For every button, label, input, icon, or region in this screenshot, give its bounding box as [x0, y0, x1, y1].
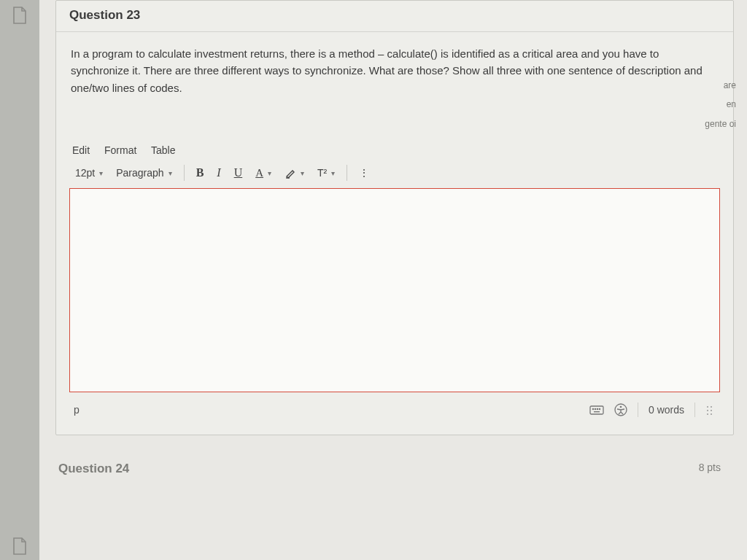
question-card: Question 23 In a program to calculate in… [55, 0, 734, 435]
highlight-icon [285, 167, 296, 179]
svg-rect-0 [590, 406, 603, 414]
chevron-down-icon: ▾ [99, 169, 103, 177]
svg-point-2 [595, 408, 595, 409]
question-number: Question 23 [69, 8, 140, 22]
svg-point-3 [597, 408, 597, 409]
answer-textarea[interactable] [69, 188, 720, 392]
editor-menubar: Edit Format Table [69, 141, 720, 163]
keyboard-icon[interactable] [589, 404, 604, 416]
svg-point-12 [707, 413, 708, 415]
bold-button[interactable]: B [190, 163, 210, 182]
svg-point-1 [592, 408, 593, 409]
resize-handle-icon[interactable] [705, 405, 716, 415]
svg-point-7 [620, 406, 622, 408]
chevron-down-icon: ▾ [169, 169, 172, 177]
svg-point-9 [711, 406, 712, 408]
italic-button[interactable]: I [211, 163, 226, 182]
svg-point-11 [711, 410, 712, 411]
next-question-points: 8 pts [699, 462, 721, 476]
svg-point-13 [711, 413, 712, 415]
page-icon [12, 6, 28, 25]
highlight-button[interactable]: ▾ [279, 164, 310, 182]
question-header: Question 23 [56, 1, 733, 32]
editor-statusbar: p 0 words [69, 392, 720, 420]
question-body: In a program to calculate investment ret… [56, 32, 733, 141]
toolbar-divider [184, 165, 185, 181]
superscript-button[interactable]: T²▾ [311, 164, 341, 182]
element-path[interactable]: p [74, 404, 80, 416]
status-divider [694, 402, 695, 417]
word-count: 0 words [649, 404, 684, 416]
toolbar-divider [347, 165, 347, 181]
block-format-select[interactable]: Paragraph▾ [110, 164, 177, 182]
editor-toolbar: 12pt▾ Paragraph▾ B I U A▾ ▾ T²▾ ⋮ [69, 163, 720, 188]
menu-table[interactable]: Table [151, 144, 175, 156]
svg-point-10 [707, 410, 708, 411]
rich-text-editor: Edit Format Table 12pt▾ Paragraph▾ B I U… [56, 141, 733, 435]
text-color-button[interactable]: A▾ [249, 164, 277, 182]
svg-point-4 [599, 408, 600, 409]
menu-format[interactable]: Format [104, 144, 136, 156]
next-question-label: Question 24 [58, 462, 129, 476]
page-icon [12, 537, 28, 556]
page-edge-text: are en gente oi [705, 76, 736, 133]
more-options-button[interactable]: ⋮ [353, 164, 375, 182]
chevron-down-icon: ▾ [301, 169, 304, 177]
chevron-down-icon: ▾ [331, 169, 335, 177]
question-prompt: In a program to calculate investment ret… [71, 47, 703, 94]
chevron-down-icon: ▾ [268, 169, 271, 177]
menu-edit[interactable]: Edit [72, 144, 90, 156]
status-divider [638, 402, 638, 417]
next-question-header: Question 24 8 pts [55, 456, 734, 476]
svg-rect-5 [594, 411, 600, 412]
svg-point-8 [707, 406, 708, 408]
font-size-select[interactable]: 12pt▾ [69, 164, 109, 182]
accessibility-icon[interactable] [614, 403, 627, 416]
underline-button[interactable]: U [228, 163, 249, 182]
